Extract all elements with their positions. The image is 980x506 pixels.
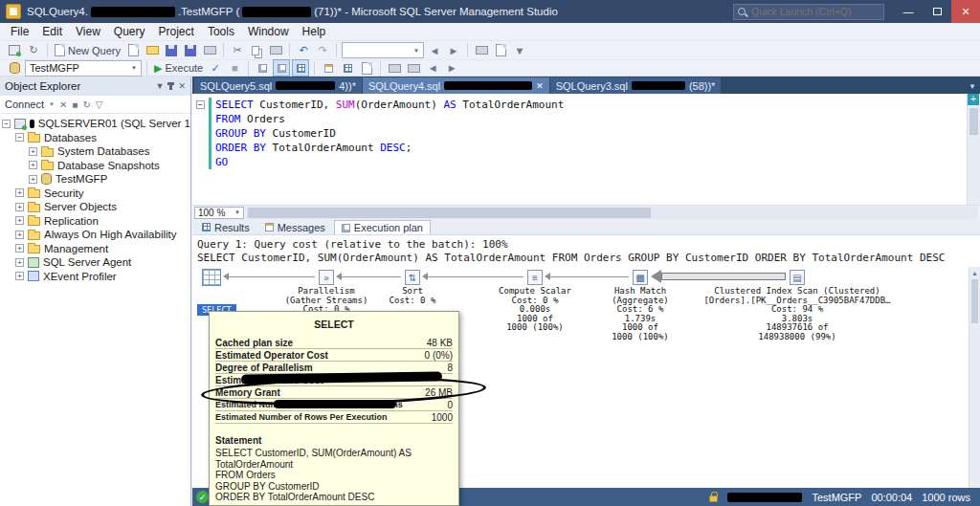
tree-item-testmgfp[interactable]: + TestMGFP [0, 172, 190, 187]
database-combo[interactable]: TestMGFP ▼ [25, 60, 142, 77]
close-tab-icon[interactable]: ✕ [536, 81, 544, 91]
menu-tools[interactable]: Tools [201, 25, 241, 38]
include-actual-plan-icon[interactable] [273, 59, 290, 77]
increase-indent-icon[interactable]: ► [443, 59, 460, 77]
scrollbar-thumb[interactable] [969, 108, 978, 135]
print-icon[interactable] [201, 42, 218, 59]
minimize-button[interactable]: — [894, 0, 923, 23]
parallelism-operator-icon[interactable]: » [319, 270, 334, 285]
copy-icon[interactable] [248, 42, 265, 59]
activity-monitor-icon[interactable]: ↻ [25, 42, 42, 59]
stop-icon[interactable]: ■ [72, 99, 78, 110]
fold-marker-icon[interactable]: − [196, 100, 205, 109]
expander-icon[interactable]: + [15, 244, 24, 253]
open-file-icon[interactable] [144, 42, 161, 59]
tab-sqlquery5[interactable]: SQLQuery5.sql 4))* [194, 77, 362, 94]
chevron-down-icon[interactable]: ▼ [156, 81, 165, 91]
quick-launch-box[interactable] [733, 4, 884, 20]
sort-operator-icon[interactable]: ⇅ [405, 270, 420, 285]
parse-icon[interactable]: ✓ [207, 59, 224, 77]
editor-vertical-scrollbar[interactable]: + [967, 94, 980, 205]
tree-item-replication[interactable]: + Replication [0, 214, 190, 229]
live-query-stats-icon[interactable] [292, 59, 309, 77]
scrollbar-thumb[interactable] [248, 208, 651, 218]
splitter-button[interactable]: + [968, 94, 979, 105]
maximize-button[interactable] [923, 0, 951, 23]
expander-icon[interactable]: + [15, 231, 24, 239]
new-connection-query-icon[interactable] [124, 42, 142, 59]
find-combo[interactable]: ▼ [342, 42, 424, 58]
tab-sqlquery3[interactable]: SQLQuery3.sql (58))* [550, 77, 722, 94]
quick-launch-input[interactable] [749, 5, 882, 18]
expander-icon[interactable]: + [29, 147, 37, 156]
toolbar-options-icon[interactable]: ▼ [511, 42, 528, 59]
properties-window-icon[interactable] [492, 42, 509, 59]
tree-item-sql-server-agent[interactable]: + SQL Server Agent [0, 255, 190, 270]
plan-vertical-scrollbar[interactable]: ▲ [969, 267, 980, 488]
save-all-icon[interactable] [182, 42, 199, 59]
filter-icon[interactable]: ▽ [96, 99, 103, 110]
uncomment-icon[interactable] [405, 59, 422, 77]
menu-edit[interactable]: Edit [35, 25, 69, 38]
close-icon[interactable]: ✕ [178, 81, 186, 91]
zoom-control[interactable]: 100 % ▼ [194, 207, 244, 219]
close-button[interactable]: ✕ [951, 0, 980, 23]
tree-item-databases[interactable]: − Databases [0, 131, 190, 145]
available-databases-icon[interactable] [6, 59, 23, 77]
tab-list-dropdown-icon[interactable]: ▼ [969, 82, 976, 91]
sql-code[interactable]: SELECT CustomerID, SUM(OrderAmount) AS T… [215, 98, 564, 169]
new-query-button[interactable]: New Query [53, 42, 122, 59]
hash-match-operator-icon[interactable]: ▩ [633, 270, 648, 285]
tab-messages[interactable]: Messages [258, 220, 332, 234]
sql-editor[interactable]: − SELECT CustomerID, SUM(OrderAmount) AS… [192, 94, 980, 205]
scroll-up-icon[interactable]: ▲ [969, 267, 980, 278]
navigate-forward-icon[interactable]: ► [445, 42, 462, 59]
expander-icon[interactable]: + [15, 258, 24, 267]
results-to-text-icon[interactable] [320, 59, 337, 77]
paste-icon[interactable] [267, 42, 284, 59]
tree-item-xevent-profiler[interactable]: + XEvent Profiler [0, 270, 190, 284]
connect-icon[interactable] [6, 42, 23, 59]
tab-execution-plan[interactable]: Execution plan [334, 220, 431, 234]
save-icon[interactable] [163, 42, 180, 59]
solution-explorer-icon[interactable] [473, 42, 490, 59]
menu-project[interactable]: Project [152, 25, 201, 38]
tree-item-server-objects[interactable]: + Server Objects [0, 200, 190, 214]
refresh-icon[interactable]: ↻ [82, 99, 90, 110]
comment-icon[interactable] [386, 59, 403, 77]
clustered-index-scan-operator-icon[interactable]: ▤ [790, 270, 805, 285]
display-estimated-plan-icon[interactable] [254, 59, 271, 77]
menu-view[interactable]: View [69, 25, 107, 38]
menu-query[interactable]: Query [107, 25, 152, 38]
tree-item-management[interactable]: + Management [0, 242, 190, 256]
decrease-indent-icon[interactable]: ◄ [424, 59, 441, 77]
scrollbar-thumb[interactable] [971, 279, 978, 323]
select-operator-icon[interactable] [202, 269, 221, 286]
expander-icon[interactable]: + [15, 188, 24, 197]
results-to-file-icon[interactable] [358, 59, 375, 77]
redo-icon[interactable]: ↷ [314, 42, 331, 59]
cut-icon[interactable]: ✂ [229, 42, 246, 59]
disconnect-icon[interactable]: ✕ [59, 99, 67, 110]
results-to-grid-icon[interactable] [339, 59, 356, 77]
editor-horizontal-scrollbar[interactable] [246, 207, 978, 219]
pin-icon[interactable] [169, 82, 172, 90]
expander-icon[interactable]: − [2, 120, 11, 128]
compute-scalar-operator-icon[interactable]: ≡ [527, 270, 543, 285]
cancel-query-icon[interactable]: ■ [226, 59, 243, 77]
expander-icon[interactable]: + [15, 216, 24, 225]
expander-icon[interactable]: + [29, 175, 37, 184]
menu-help[interactable]: Help [296, 25, 333, 38]
expander-icon[interactable]: + [15, 203, 24, 211]
tree-item-security[interactable]: + Security [0, 187, 190, 201]
tab-sqlquery4[interactable]: SQLQuery4.sql ✕ [363, 77, 549, 94]
connect-dropdown[interactable]: Connect [5, 99, 44, 110]
navigate-backward-icon[interactable]: ◄ [426, 42, 443, 59]
tree-item-alwayson[interactable]: + Always On High Availability [0, 228, 190, 242]
expander-icon[interactable]: + [15, 272, 24, 280]
tree-item-database-snapshots[interactable]: + Database Snapshots [0, 159, 190, 173]
tree-item-system-databases[interactable]: + System Databases [0, 144, 190, 159]
tab-results[interactable]: Results [195, 220, 256, 234]
undo-icon[interactable]: ↶ [295, 42, 312, 59]
menu-file[interactable]: File [4, 25, 35, 38]
